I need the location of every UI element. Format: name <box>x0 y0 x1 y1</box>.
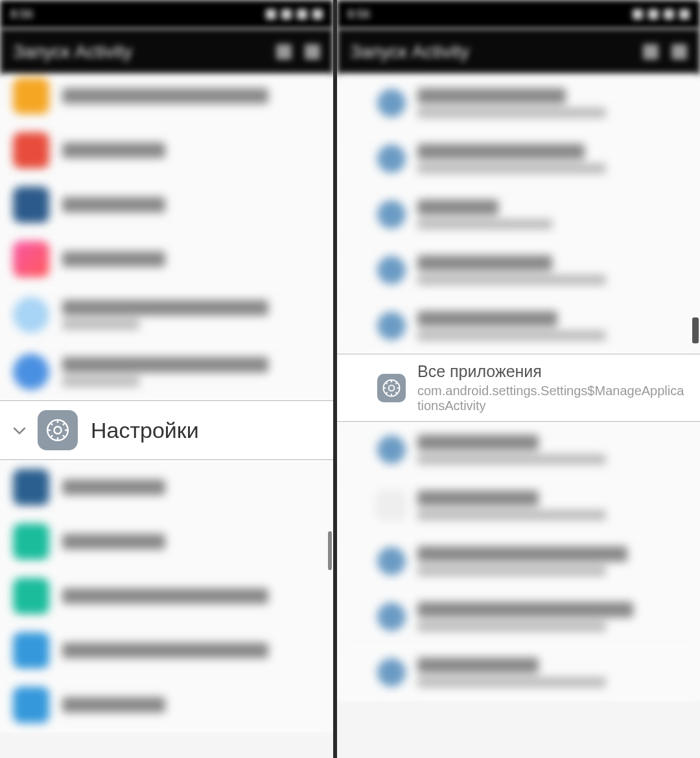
activity-item[interactable] <box>337 589 700 645</box>
status-bar: 8:56 <box>337 0 700 29</box>
menu-icon[interactable] <box>305 44 320 60</box>
list-item[interactable] <box>0 75 333 123</box>
activity-item[interactable] <box>337 645 700 700</box>
title-bar: Запуск Activity <box>337 29 700 75</box>
activity-title-label: Все приложения <box>417 362 687 381</box>
app-icon <box>13 523 49 560</box>
list-item[interactable] <box>0 178 333 232</box>
left-screen: 8:56 Запуск Activity <box>0 0 337 758</box>
activity-item[interactable] <box>337 75 700 131</box>
app-icon <box>13 297 49 333</box>
app-icon <box>13 354 49 390</box>
gear-icon <box>45 418 70 442</box>
app-icon <box>13 132 49 168</box>
activity-item[interactable] <box>337 131 700 187</box>
activity-icon <box>377 658 406 687</box>
search-icon[interactable] <box>643 44 659 60</box>
activity-list[interactable]: Все приложения com.android.settings.Sett… <box>337 75 700 700</box>
list-item[interactable] <box>0 123 333 178</box>
app-list[interactable]: Настройки <box>0 75 333 732</box>
activity-icon <box>377 435 406 464</box>
activity-icon <box>377 491 406 520</box>
list-item[interactable] <box>0 623 333 678</box>
activity-icon <box>377 256 406 284</box>
activity-icon <box>377 144 406 173</box>
settings-activity-icon <box>377 374 406 402</box>
status-icons <box>633 9 690 19</box>
activity-item[interactable] <box>337 242 700 298</box>
app-icon <box>13 578 49 614</box>
svg-line-19 <box>395 382 397 384</box>
activity-item-all-apps[interactable]: Все приложения com.android.settings.Sett… <box>337 354 700 422</box>
activity-icon <box>377 547 406 575</box>
activity-item[interactable] <box>337 187 700 242</box>
list-item[interactable] <box>0 343 333 400</box>
activity-item[interactable] <box>337 533 700 589</box>
app-icon <box>13 687 49 723</box>
list-item[interactable] <box>0 569 333 623</box>
app-icon <box>13 632 49 669</box>
activity-class-label: com.android.settings.Settings$ManageAppl… <box>417 384 687 413</box>
title-actions[interactable] <box>643 44 687 60</box>
status-time: 8:56 <box>347 8 370 21</box>
activity-item[interactable] <box>337 477 700 533</box>
scroll-indicator[interactable] <box>692 317 699 343</box>
activity-item[interactable] <box>337 298 700 354</box>
menu-icon[interactable] <box>671 44 687 60</box>
app-icon <box>13 469 49 505</box>
list-item[interactable] <box>0 286 333 343</box>
chevron-down-icon[interactable] <box>13 422 30 439</box>
svg-line-17 <box>395 392 397 394</box>
right-screen: 8:56 Запуск Activity <box>337 0 700 758</box>
svg-line-16 <box>386 382 388 384</box>
list-item-settings[interactable]: Настройки <box>0 400 333 460</box>
app-icon <box>13 78 49 114</box>
scroll-indicator[interactable] <box>328 531 332 570</box>
settings-app-icon <box>38 410 78 450</box>
activity-icon <box>377 312 406 340</box>
activity-icon <box>377 89 406 117</box>
list-item[interactable] <box>0 678 333 732</box>
svg-line-7 <box>63 435 65 437</box>
svg-line-9 <box>63 423 65 425</box>
gear-icon <box>382 378 401 398</box>
list-item[interactable] <box>0 460 333 514</box>
list-item[interactable] <box>0 514 333 569</box>
app-name-label: Настройки <box>91 418 320 443</box>
screen-title: Запуск Activity <box>350 41 643 62</box>
status-time: 8:56 <box>10 8 33 21</box>
activity-icon <box>377 603 406 631</box>
status-bar: 8:56 <box>0 0 333 29</box>
status-icons <box>266 9 323 19</box>
svg-point-1 <box>54 426 61 433</box>
activity-icon <box>377 200 406 229</box>
title-bar: Запуск Activity <box>0 29 333 75</box>
svg-line-18 <box>386 392 388 394</box>
app-icon <box>13 187 49 223</box>
search-icon[interactable] <box>276 44 292 60</box>
svg-line-6 <box>51 423 52 425</box>
svg-line-8 <box>51 435 52 437</box>
list-item[interactable] <box>0 232 333 286</box>
app-icon <box>13 241 49 277</box>
svg-point-11 <box>389 385 395 391</box>
activity-item[interactable] <box>337 422 700 477</box>
title-actions[interactable] <box>276 44 320 60</box>
screen-title: Запуск Activity <box>13 41 276 62</box>
